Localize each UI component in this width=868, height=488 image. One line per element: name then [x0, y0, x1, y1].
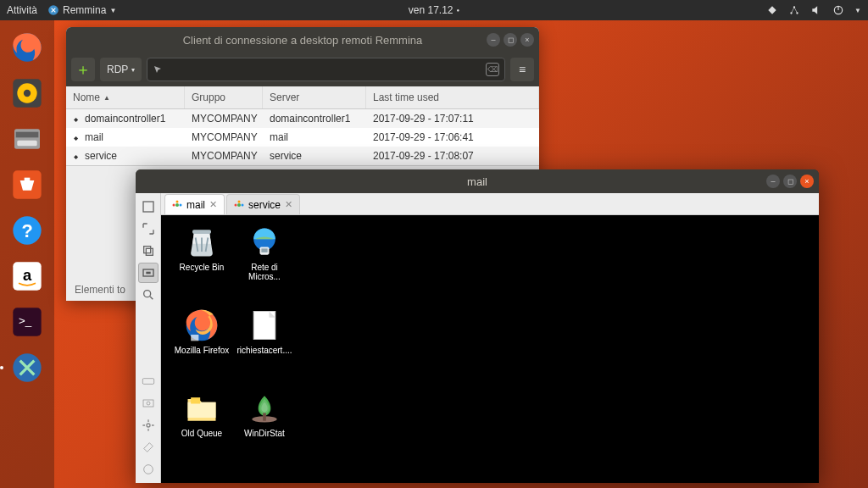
window-title: Client di connessione a desktop remoti R… — [183, 34, 423, 47]
maximize-button[interactable]: ◻ — [783, 175, 797, 188]
launcher-help[interactable]: ? — [7, 210, 47, 251]
column-time[interactable]: Last time used — [366, 86, 539, 108]
list-item[interactable]: ⬥mail MYCOMPANY mail 2017-09-29 - 17:06:… — [66, 128, 539, 147]
minimize-button[interactable]: – — [487, 33, 500, 47]
remmina-icon — [47, 4, 59, 16]
svg-point-38 — [237, 203, 241, 207]
launcher-files[interactable] — [7, 119, 47, 159]
svg-rect-29 — [142, 379, 153, 385]
remmina-tray-icon[interactable] — [766, 4, 778, 16]
column-group[interactable]: Gruppo — [185, 86, 263, 108]
protocol-selector[interactable]: RDP▾ — [100, 58, 142, 81]
tool-screenshot-icon[interactable] — [138, 393, 159, 413]
session-toolbar — [136, 193, 161, 483]
tab-service[interactable]: service ✕ — [226, 194, 300, 214]
remmina-session-window: mail – ◻ × mail ✕ — [136, 169, 819, 483]
tool-preferences-icon[interactable] — [138, 415, 159, 435]
desktop-icon-document[interactable]: richiestacert.... — [234, 307, 295, 355]
remote-desktop-view[interactable]: Recycle BinRete di Micros...Mozilla Fire… — [161, 215, 819, 483]
tool-duplicate-icon[interactable] — [138, 241, 159, 261]
svg-rect-23 — [143, 247, 150, 253]
titlebar[interactable]: Client di connessione a desktop remoti R… — [66, 27, 539, 53]
connection-icon — [172, 200, 182, 210]
connection-list: ⬥domaincontroller1 MYCOMPANY domaincontr… — [66, 109, 539, 165]
titlebar[interactable]: mail – ◻ × — [136, 169, 819, 193]
svg-point-32 — [147, 424, 150, 427]
svg-rect-45 — [261, 248, 267, 252]
svg-rect-42 — [192, 230, 211, 234]
maximize-button[interactable]: ◻ — [504, 33, 517, 47]
launcher-firefox[interactable] — [7, 27, 47, 68]
top-panel: Attività Remmina ▼ ven 17.12 ● ▼ — [0, 0, 868, 20]
column-server[interactable]: Server — [263, 86, 366, 108]
desktop-icon-network[interactable]: Rete di Micros... — [234, 224, 295, 281]
svg-point-35 — [173, 203, 175, 206]
tool-tools-icon[interactable] — [138, 437, 159, 458]
clock[interactable]: ven 17.12 ● — [409, 4, 459, 16]
app-menu[interactable]: Remmina ▼ — [47, 4, 116, 16]
tool-fullscreen-icon[interactable] — [138, 219, 159, 239]
svg-point-41 — [238, 200, 241, 202]
svg-text:?: ? — [21, 220, 32, 241]
svg-point-27 — [143, 291, 150, 297]
svg-point-31 — [147, 402, 150, 405]
svg-rect-24 — [146, 248, 153, 255]
window-title: mail — [467, 175, 487, 188]
launcher-terminal[interactable]: >_ — [7, 302, 47, 342]
column-name[interactable]: Nome ▲ — [66, 86, 185, 108]
launcher-amazon[interactable]: a — [7, 256, 47, 297]
svg-point-34 — [175, 203, 179, 207]
activities-button[interactable]: Attività — [7, 4, 37, 16]
cursor-icon — [153, 64, 163, 75]
svg-point-40 — [242, 203, 244, 206]
launcher-remmina[interactable] — [7, 347, 47, 388]
close-icon[interactable]: ✕ — [209, 199, 217, 210]
minimize-button[interactable]: – — [766, 175, 780, 188]
launcher-software[interactable] — [7, 164, 47, 205]
chevron-down-icon: ▼ — [854, 7, 861, 14]
tool-keyboard-icon[interactable] — [138, 371, 159, 391]
volume-icon[interactable] — [810, 4, 822, 16]
svg-line-28 — [150, 297, 153, 299]
svg-rect-26 — [146, 272, 150, 274]
svg-rect-11 — [16, 132, 39, 138]
svg-rect-12 — [17, 141, 36, 147]
connection-icon — [234, 200, 244, 210]
list-header: Nome ▲ Gruppo Server Last time used — [66, 86, 539, 109]
tool-zoom-icon[interactable] — [138, 285, 159, 305]
add-connection-button[interactable]: ＋ — [71, 58, 95, 81]
desktop-icon-folder[interactable]: Old Queue — [171, 390, 232, 438]
launcher-dock: ? a >_ — [0, 20, 54, 488]
tool-scale-icon[interactable] — [138, 263, 159, 283]
power-icon[interactable] — [832, 4, 844, 16]
tab-bar: mail ✕ service ✕ — [161, 193, 819, 215]
list-item[interactable]: ⬥domaincontroller1 MYCOMPANY domaincontr… — [66, 109, 539, 128]
network-icon[interactable] — [788, 4, 800, 16]
svg-point-36 — [180, 203, 182, 206]
svg-rect-49 — [191, 397, 200, 403]
close-button[interactable]: × — [800, 175, 814, 188]
chevron-down-icon: ▼ — [109, 7, 116, 14]
clear-icon[interactable]: ⌫ — [486, 63, 499, 76]
list-item[interactable]: ⬥service MYCOMPANY service 2017-09-29 - … — [66, 147, 539, 165]
svg-rect-51 — [263, 413, 266, 421]
desktop-icon-firefox[interactable]: Mozilla Firefox — [171, 307, 232, 355]
tab-mail[interactable]: mail ✕ — [164, 194, 225, 214]
hamburger-menu[interactable]: ≡ — [510, 58, 534, 81]
tool-disconnect-icon[interactable] — [138, 459, 159, 480]
search-input[interactable] — [163, 64, 486, 75]
svg-point-9 — [24, 90, 31, 97]
desktop-icon-recycle[interactable]: Recycle Bin — [171, 224, 232, 272]
close-button[interactable]: × — [520, 33, 534, 47]
launcher-rhythmbox[interactable] — [7, 73, 47, 114]
tool-resize-icon[interactable] — [138, 197, 159, 217]
svg-rect-30 — [143, 400, 153, 407]
desktop-icon-windirstat[interactable]: WinDirStat — [234, 390, 295, 438]
svg-point-37 — [176, 200, 179, 202]
toolbar: ＋ RDP▾ ⌫ ≡ — [66, 53, 539, 86]
svg-text:a: a — [23, 266, 32, 284]
close-icon[interactable]: ✕ — [285, 199, 292, 210]
search-box[interactable]: ⌫ — [147, 58, 505, 81]
svg-rect-47 — [191, 335, 198, 341]
svg-point-39 — [235, 203, 237, 206]
